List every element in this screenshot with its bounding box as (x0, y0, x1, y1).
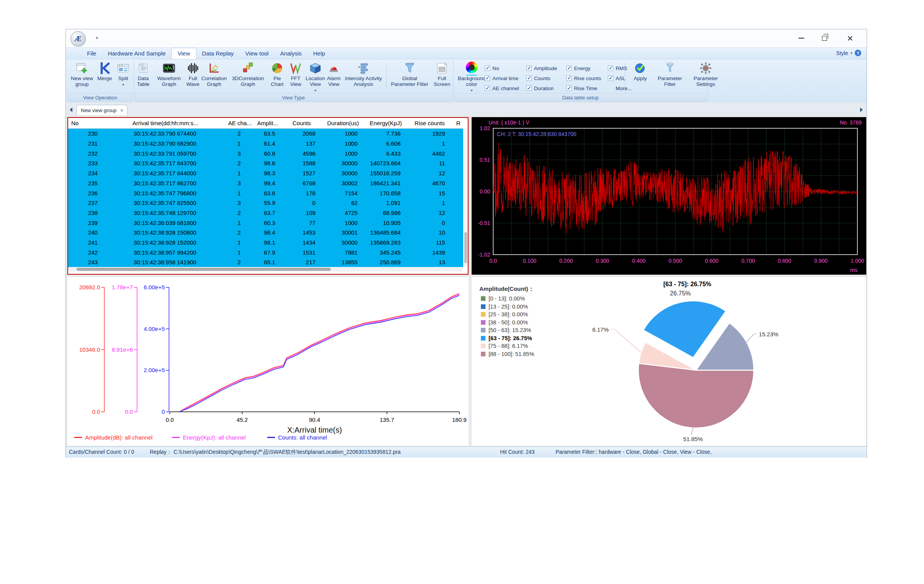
checkbox-amplitude[interactable]: Amplitude (526, 63, 565, 73)
table-row[interactable]: 23230:15:42:33:791 059700360.8459610006.… (68, 148, 463, 158)
checkbox-rise-time[interactable]: Rise Time (566, 83, 606, 93)
restore-button[interactable] (816, 33, 833, 43)
waveform-unit-label: Unit: ( x10e-1 ) V (489, 119, 529, 126)
checkbox-ae-channel[interactable]: AE channel (485, 83, 525, 93)
parameter-filter-button[interactable]: Parameter Filter (653, 61, 686, 93)
table-row[interactable]: 23330:15:42:35:717 843700298.61588300001… (68, 158, 463, 168)
legend-dash-icon (74, 437, 82, 438)
table-cell: 30:15:42:33:790 682900 (105, 140, 226, 147)
tab-scroll-left-icon[interactable] (70, 107, 72, 112)
table-row[interactable]: 24330:15:42:38:958 141900265.12171385525… (68, 257, 463, 267)
menu-item-file[interactable]: File (81, 48, 102, 59)
tab-close-icon[interactable]: × (121, 107, 124, 113)
checkbox-box[interactable] (526, 86, 532, 91)
split-button[interactable]: Split (114, 61, 132, 93)
3d-correlation-graph-button[interactable]: 3DCorrelation Graph (227, 61, 269, 93)
table-cell: 186421.341 (363, 180, 406, 186)
table-row[interactable]: 23730:15:42:35:747 825500355.90621.0911 (68, 198, 463, 208)
table-row[interactable]: 23930:15:42:36:039 681800160.377100010.9… (68, 218, 463, 228)
apply-icon (634, 62, 647, 75)
parameter-settings-button[interactable]: Parameter Settings (688, 61, 723, 93)
waveform-graph-button[interactable]: Waveform Graph (155, 61, 183, 93)
checkbox-counts[interactable]: Counts (526, 73, 565, 83)
menu-item-view-tool[interactable]: View tool (239, 48, 275, 59)
quick-access-dropdown-icon[interactable]: ▾ (96, 35, 98, 40)
checkbox-box[interactable] (526, 76, 532, 81)
checkbox-energy[interactable]: Energy (566, 63, 606, 73)
column-checkbox-group-2: AmplitudeCountsDuration (526, 63, 565, 93)
horizontal-scrollbar-thumb[interactable] (77, 268, 331, 271)
data-table-panel[interactable]: NoArrival time(dd:hh:mm:s...AE cha...Amp… (67, 117, 469, 275)
full-screen-button[interactable]: Full Screen (432, 61, 452, 93)
checkbox-label: Rise counts (574, 76, 601, 81)
checkbox-box[interactable] (566, 65, 572, 71)
column-header[interactable]: Counts (281, 118, 322, 128)
apply-button[interactable]: Apply (629, 61, 652, 93)
checkbox-box[interactable] (566, 76, 572, 81)
table-row[interactable]: 24130:15:42:38:928 152000198.11434300001… (68, 238, 463, 248)
restore-icon (822, 36, 827, 41)
table-row[interactable]: 23030:15:42:33:790 674400263.5206810007.… (68, 129, 463, 139)
full-wave-icon (186, 62, 199, 75)
minimize-button[interactable] (793, 33, 810, 43)
tab-scroll-right-icon[interactable] (860, 107, 863, 112)
alarm-view-button[interactable]: Alarm View (326, 61, 341, 93)
app-logo-icon[interactable]: Æ (70, 31, 86, 47)
column-header[interactable]: No (68, 118, 105, 128)
correlation-graph-button[interactable]: Correlation Graph (200, 61, 228, 93)
table-cell: 241 (68, 239, 105, 246)
table-row[interactable]: 23530:15:42:35:717 862700399.46768300021… (68, 178, 463, 188)
vertical-scrollbar[interactable] (464, 128, 468, 267)
checkbox-duration[interactable]: Duration (526, 83, 565, 93)
merge-button[interactable]: Merge (95, 61, 114, 93)
table-row[interactable]: 23430:15:42:35:717 844000198.31527300001… (68, 168, 463, 178)
menu-item-hardware-and-sample[interactable]: Hardware And Sample (102, 48, 171, 59)
background-color-button[interactable]: Background color (455, 61, 488, 93)
pie-chart-button[interactable]: Pie Chart (268, 61, 286, 93)
fft-view-button[interactable]: FFT View (288, 61, 304, 93)
style-menu[interactable]: Style (836, 50, 848, 56)
checkbox-box[interactable] (485, 86, 490, 91)
checkbox-box[interactable] (608, 76, 613, 81)
column-header[interactable]: Duration(us) (322, 118, 364, 128)
menu-item-data-replay[interactable]: Data Replay (196, 48, 240, 59)
checkbox-arrival-time[interactable]: Arrival time (485, 73, 525, 83)
checkbox-box[interactable] (485, 76, 490, 81)
global-parameter-filter-button[interactable]: Global Parameter Filter (390, 61, 430, 93)
new-view-group-button[interactable]: New view group (69, 61, 95, 93)
column-header[interactable]: R (452, 118, 465, 128)
table-row[interactable]: 23630:15:42:35:747 796800163.81787154170… (68, 188, 463, 198)
data-table-button[interactable]: Data Table (132, 61, 154, 93)
table-row[interactable]: 23830:15:42:35:748 129700263.7109472568.… (68, 208, 463, 218)
checkbox-box[interactable] (526, 65, 532, 71)
column-header[interactable]: Amplit... (254, 118, 281, 128)
table-row[interactable]: 24230:15:42:38:957 994200167.91531788134… (68, 247, 463, 257)
menu-item-view[interactable]: View (171, 48, 196, 59)
full-wave-button[interactable]: Full Wave (184, 61, 201, 93)
vertical-scrollbar-thumb[interactable] (464, 232, 467, 263)
table-row[interactable]: 23130:15:42:33:790 682900161.413710006.6… (68, 139, 463, 149)
intensity-activity-analysis-button[interactable]: Intensity Activity Analysis (343, 61, 384, 93)
menu-item-help[interactable]: Help (308, 48, 331, 59)
checkbox-no[interactable]: No (485, 63, 525, 73)
column-header[interactable]: Energy(KpJ) (364, 118, 407, 128)
style-dropdown-icon[interactable]: ▾ (850, 51, 852, 55)
help-icon[interactable]: ? (855, 50, 861, 56)
checkbox-box[interactable] (566, 86, 572, 91)
column-header[interactable]: Arrival time(dd:hh:mm:s... (105, 118, 226, 128)
tab-new-view-group[interactable]: New view group × (77, 105, 127, 115)
checkbox-box[interactable] (608, 65, 613, 71)
table-cell: 6.433 (363, 150, 406, 157)
location-view-button[interactable]: Location View (303, 61, 327, 93)
checkbox-box[interactable] (485, 65, 490, 71)
svg-text:X:Arrival time(s): X:Arrival time(s) (287, 426, 342, 434)
column-header[interactable]: AE cha... (226, 118, 254, 128)
close-button[interactable] (841, 33, 858, 43)
menu-item-analysis[interactable]: Analysis (275, 48, 308, 59)
pie-chart-plot (472, 277, 866, 446)
table-row[interactable]: 24030:15:42:38:928 150800298.41453300011… (68, 228, 463, 238)
checkbox-rise-counts[interactable]: Rise counts (566, 73, 606, 83)
table-cell: 15 (406, 190, 451, 196)
column-header[interactable]: Rise counts (407, 118, 452, 128)
horizontal-scrollbar[interactable] (69, 267, 462, 272)
